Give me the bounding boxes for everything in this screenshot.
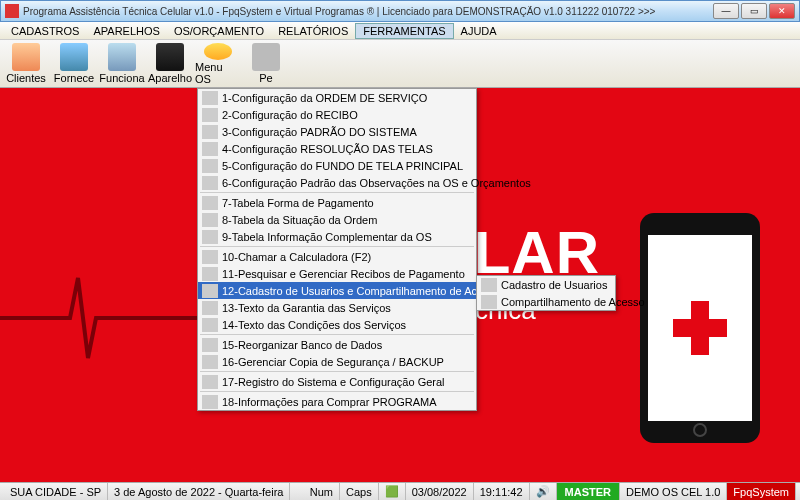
phone-screen <box>648 235 752 421</box>
menu-item-icon <box>202 91 218 105</box>
menu-item[interactable]: 5-Configuração do FUNDO DE TELA PRINCIPA… <box>198 157 476 174</box>
menu-item[interactable]: 7-Tabela Forma de Pagamento <box>198 194 476 211</box>
menu-item-icon <box>202 355 218 369</box>
menu-item[interactable]: 9-Tabela Informação Complementar da OS <box>198 228 476 245</box>
status-location: SUA CIDADE - SP <box>4 483 108 500</box>
toolbar-icon <box>156 43 184 71</box>
menu-item[interactable]: 15-Reorganizar Banco de Dados <box>198 336 476 353</box>
toolbar-pe[interactable]: Pe <box>242 42 290 86</box>
menu-item[interactable]: 17-Registro do Sistema e Configuração Ge… <box>198 373 476 390</box>
status-time: 19:11:42 <box>474 483 530 500</box>
phone-graphic <box>640 213 760 443</box>
toolbar-icon <box>252 43 280 71</box>
cadastro-submenu: Cadastro de UsuariosCompartilhamento de … <box>476 275 616 311</box>
toolbar-fornece[interactable]: Fornece <box>50 42 98 86</box>
menu-ferramentas[interactable]: FERRAMENTAS <box>355 23 453 39</box>
menubar: CADASTROSAPARELHOSOS/ORÇAMENTORELATÓRIOS… <box>0 22 800 40</box>
phone-home-button-graphic <box>693 423 707 437</box>
status-date: 03/08/2022 <box>406 483 474 500</box>
toolbar-funciona[interactable]: Funciona <box>98 42 146 86</box>
menu-item-icon <box>481 278 497 292</box>
window-title: Programa Assistência Técnica Celular v1.… <box>23 6 713 17</box>
menu-item-icon <box>202 213 218 227</box>
menu-item[interactable]: 2-Configuração do RECIBO <box>198 106 476 123</box>
toolbar-aparelho[interactable]: Aparelho <box>146 42 194 86</box>
toolbar: ClientesForneceFuncionaAparelhoMenu OSPe <box>0 40 800 88</box>
cross-icon <box>673 301 727 355</box>
menu-item[interactable]: 3-Configuração PADRÃO DO SISTEMA <box>198 123 476 140</box>
menu-item[interactable]: 8-Tabela da Situação da Ordem <box>198 211 476 228</box>
status-db: DEMO OS CEL 1.0 <box>620 483 727 500</box>
toolbar-icon <box>204 43 232 60</box>
menu-item-icon <box>202 108 218 122</box>
menu-item[interactable]: 6-Configuração Padrão das Observações na… <box>198 174 476 191</box>
status-num: Num <box>304 483 340 500</box>
menu-item-icon <box>202 125 218 139</box>
statusbar: SUA CIDADE - SP 3 de Agosto de 2022 - Qu… <box>0 482 800 500</box>
menu-cadastros[interactable]: CADASTROS <box>4 24 86 38</box>
menu-aparelhos[interactable]: APARELHOS <box>86 24 166 38</box>
menu-item-icon <box>202 176 218 190</box>
toolbar-icon <box>60 43 88 71</box>
menu-item-icon <box>202 284 218 298</box>
status-signal-icon: 🔊 <box>530 483 557 500</box>
menu-item[interactable]: 14-Texto das Condições dos Serviços <box>198 316 476 333</box>
menu-item-icon <box>202 395 218 409</box>
menu-item-icon <box>202 318 218 332</box>
menu-item-icon <box>202 159 218 173</box>
menu-item-icon <box>202 301 218 315</box>
menu-item-icon <box>202 250 218 264</box>
menu-item[interactable]: 12-Cadastro de Usuarios e Compartilhamen… <box>198 282 476 299</box>
toolbar-menu os[interactable]: Menu OS <box>194 42 242 86</box>
menu-relatórios[interactable]: RELATÓRIOS <box>271 24 355 38</box>
menu-item-icon <box>202 375 218 389</box>
menu-item-icon <box>202 267 218 281</box>
status-flag-icon: 🟩 <box>379 483 406 500</box>
menu-item-icon <box>202 196 218 210</box>
status-caps: Caps <box>340 483 379 500</box>
toolbar-icon <box>108 43 136 71</box>
minimize-button[interactable]: — <box>713 3 739 19</box>
menu-item[interactable]: 13-Texto da Garantia das Serviços <box>198 299 476 316</box>
menu-item[interactable]: 18-Informações para Comprar PROGRAMA <box>198 393 476 410</box>
menu-ajuda[interactable]: AJUDA <box>454 24 504 38</box>
menu-item[interactable]: 16-Gerenciar Copia de Segurança / BACKUP <box>198 353 476 370</box>
maximize-button[interactable]: ▭ <box>741 3 767 19</box>
workspace: CELULAR Assistência Técnica 1-Configuraç… <box>0 88 800 482</box>
toolbar-clientes[interactable]: Clientes <box>2 42 50 86</box>
menu-item-icon <box>202 142 218 156</box>
titlebar: Programa Assistência Técnica Celular v1.… <box>0 0 800 22</box>
status-user: MASTER <box>557 483 620 500</box>
menu-os/orçamento[interactable]: OS/ORÇAMENTO <box>167 24 271 38</box>
status-date-long: 3 de Agosto de 2022 - Quarta-feira <box>108 483 290 500</box>
menu-item-icon <box>202 230 218 244</box>
app-icon <box>5 4 19 18</box>
toolbar-icon <box>12 43 40 71</box>
ferramentas-dropdown: 1-Configuração da ORDEM DE SERVIÇO2-Conf… <box>197 88 477 411</box>
menu-item-icon <box>481 295 497 309</box>
ecg-line-graphic <box>0 268 200 368</box>
status-brand: FpqSystem <box>727 483 796 500</box>
menu-item-icon <box>202 338 218 352</box>
menu-item[interactable]: 4-Configuração RESOLUÇÃO DAS TELAS <box>198 140 476 157</box>
submenu-item[interactable]: Cadastro de Usuarios <box>477 276 615 293</box>
close-button[interactable]: ✕ <box>769 3 795 19</box>
menu-item[interactable]: 11-Pesquisar e Gerenciar Recibos de Paga… <box>198 265 476 282</box>
menu-item[interactable]: 1-Configuração da ORDEM DE SERVIÇO <box>198 89 476 106</box>
submenu-item[interactable]: Compartilhamento de Acesso <box>477 293 615 310</box>
menu-item[interactable]: 10-Chamar a Calculadora (F2) <box>198 248 476 265</box>
